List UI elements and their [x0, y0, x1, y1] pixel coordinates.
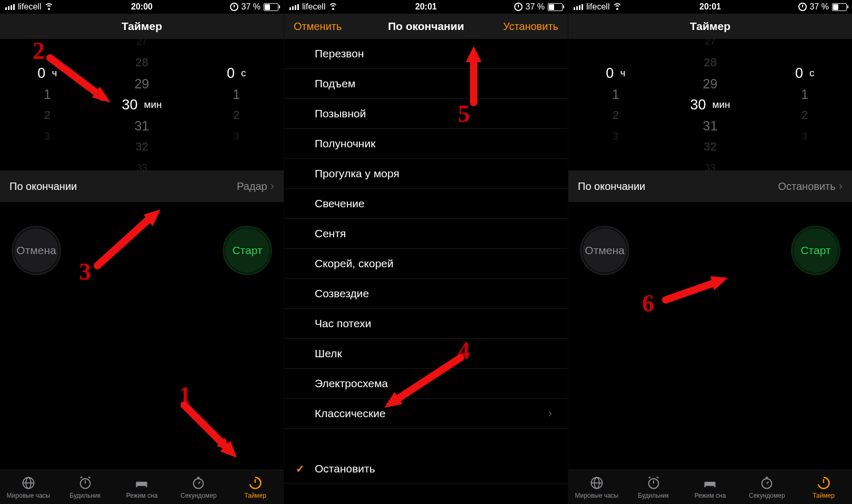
tab-sleep[interactable]: Режим сна — [114, 470, 171, 504]
stopwatch-icon — [191, 476, 206, 490]
svg-line-5 — [80, 477, 82, 478]
navbar: Отменить По окончании Установить — [284, 14, 568, 39]
battery-icon — [832, 3, 847, 11]
wifi-icon — [328, 3, 338, 11]
chevron-right-icon: › — [270, 179, 274, 193]
sound-option[interactable]: Свечение — [284, 189, 568, 219]
wifi-icon — [613, 3, 622, 11]
screen-timer-2: lifecell 20:01 37 % Таймер 0ч 1 2 3 27 2… — [568, 0, 852, 504]
tab-stopwatch[interactable]: Секундомер — [738, 470, 795, 504]
navbar: Таймер — [0, 14, 284, 39]
signal-icon — [289, 4, 299, 10]
svg-line-21 — [657, 477, 659, 478]
stop-playing-option[interactable]: Остановить — [284, 454, 568, 484]
timer-icon — [248, 476, 263, 490]
tab-sleep[interactable]: Режим сна — [682, 470, 739, 504]
row-value: Радар — [237, 180, 267, 193]
svg-rect-12 — [197, 477, 200, 478]
tab-timer[interactable]: Таймер — [227, 470, 284, 504]
time-picker[interactable]: 0ч 1 2 3 27 28 29 30мин 31 32 33 0с 1 2 — [568, 39, 852, 170]
sound-option[interactable]: Перезвон — [284, 39, 568, 69]
sound-option[interactable]: Шелк — [284, 339, 568, 369]
battery-icon — [548, 3, 563, 11]
tab-alarm[interactable]: Будильник — [625, 470, 682, 504]
carrier-label: lifecell — [18, 2, 41, 12]
status-bar: lifecell 20:00 37 % — [0, 0, 284, 14]
tab-world-clock[interactable]: Мировые часы — [568, 470, 625, 504]
signal-icon — [574, 4, 583, 10]
cancel-button[interactable]: Отмена — [12, 226, 61, 275]
page-title: По окончании — [388, 20, 464, 33]
status-time: 20:00 — [131, 2, 153, 12]
status-time: 20:01 — [415, 2, 437, 12]
row-label: По окончании — [578, 180, 645, 193]
navbar: Таймер — [568, 14, 852, 39]
alarm-icon — [646, 476, 661, 490]
svg-rect-9 — [146, 485, 147, 487]
tab-timer[interactable]: Таймер — [795, 470, 852, 504]
stopwatch-icon — [759, 476, 774, 490]
cancel-button[interactable]: Отмена — [580, 226, 629, 275]
svg-rect-8 — [136, 485, 137, 487]
svg-line-20 — [648, 477, 650, 478]
screen-timer-1: lifecell 20:00 37 % Таймер 0ч 1 2 3 27 2… — [0, 0, 284, 504]
svg-rect-22 — [705, 481, 716, 486]
bed-icon — [134, 476, 149, 490]
svg-line-6 — [88, 477, 91, 478]
tab-alarm[interactable]: Будильник — [57, 470, 114, 504]
alarm-status-icon — [230, 3, 238, 11]
chevron-right-icon: › — [548, 407, 552, 420]
time-picker[interactable]: 0ч 1 2 3 27 28 29 30мин 31 32 33 0с 1 2 — [0, 39, 284, 170]
sound-option[interactable]: Полуночник — [284, 129, 568, 159]
sound-list[interactable]: Перезвон Подъем Позывной Полуночник Прог… — [284, 39, 568, 504]
svg-line-26 — [767, 481, 769, 483]
wifi-icon — [44, 3, 54, 11]
tab-bar: Мировые часы Будильник Режим сна Секундо… — [0, 470, 284, 504]
svg-rect-27 — [766, 477, 768, 478]
sound-option[interactable]: Позывной — [284, 99, 568, 129]
row-label: По окончании — [9, 180, 77, 193]
bed-icon — [703, 476, 717, 490]
sound-classic-row[interactable]: Классические› — [284, 399, 568, 429]
alarm-status-icon — [798, 3, 807, 11]
battery-percent: 37 % — [242, 2, 260, 12]
sound-option[interactable]: Прогулка у моря — [284, 159, 568, 189]
screen-sound-picker: lifecell 20:01 37 % Отменить По окончани… — [284, 0, 568, 504]
tab-world-clock[interactable]: Мировые часы — [0, 470, 57, 504]
alarm-status-icon — [514, 3, 523, 11]
sound-option[interactable]: Сентя — [284, 219, 568, 249]
svg-rect-7 — [136, 481, 147, 486]
tab-bar: Мировые часы Будильник Режим сна Секундо… — [568, 470, 852, 504]
battery-icon — [264, 3, 278, 11]
nav-set-button[interactable]: Установить — [494, 14, 568, 39]
sound-option[interactable]: Час потехи — [284, 309, 568, 339]
sound-option[interactable]: Созвездие — [284, 279, 568, 309]
list-separator — [284, 429, 568, 454]
start-button[interactable]: Старт — [223, 226, 272, 275]
nav-cancel-button[interactable]: Отменить — [284, 14, 351, 39]
page-title: Таймер — [690, 20, 730, 33]
when-timer-ends-row[interactable]: По окончании Радар› — [0, 170, 284, 202]
carrier-label: lifecell — [586, 2, 609, 12]
status-bar: lifecell 20:01 37 % — [568, 0, 852, 14]
signal-icon — [5, 4, 15, 10]
battery-percent: 37 % — [810, 2, 829, 12]
tab-stopwatch[interactable]: Секундомер — [170, 470, 227, 504]
sound-option[interactable]: Электросхема — [284, 369, 568, 399]
page-title: Таймер — [122, 20, 162, 33]
globe-icon — [21, 476, 36, 490]
chevron-right-icon: › — [839, 179, 843, 193]
timer-icon — [816, 476, 831, 490]
svg-line-11 — [198, 481, 201, 483]
sound-option[interactable]: Скорей, скорей — [284, 249, 568, 279]
sound-option[interactable]: Подъем — [284, 69, 568, 99]
alarm-icon — [78, 476, 93, 490]
carrier-label: lifecell — [302, 2, 325, 12]
when-timer-ends-row[interactable]: По окончании Остановить› — [568, 170, 852, 202]
status-bar: lifecell 20:01 37 % — [284, 0, 568, 14]
start-button[interactable]: Старт — [791, 226, 840, 275]
buttons-area: Отмена Старт — [568, 202, 852, 470]
globe-icon — [589, 476, 604, 490]
svg-rect-24 — [715, 485, 716, 487]
row-value: Остановить — [778, 180, 836, 193]
